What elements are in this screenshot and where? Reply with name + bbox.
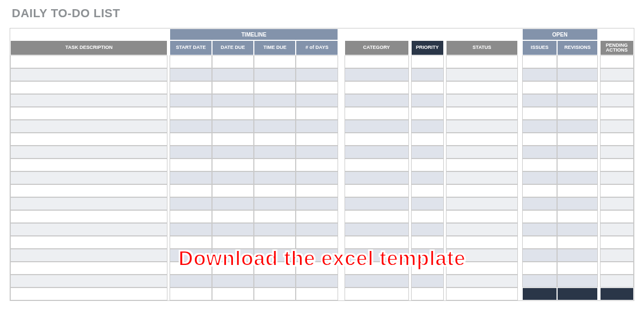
cell-issues[interactable]: [522, 210, 557, 223]
cell-time-due[interactable]: [254, 159, 296, 171]
cell-issues[interactable]: [522, 94, 557, 107]
cell-category[interactable]: [345, 120, 409, 133]
cell-pending-actions[interactable]: [600, 55, 634, 68]
cell-date-due[interactable]: [212, 210, 254, 223]
cell-priority[interactable]: [411, 159, 444, 171]
cell-priority[interactable]: [411, 68, 444, 81]
cell-num-days[interactable]: [296, 236, 338, 249]
cell-pending-actions[interactable]: [600, 94, 634, 107]
cell-issues[interactable]: [522, 249, 557, 262]
cell-issues[interactable]: [522, 275, 557, 288]
cell-start-date[interactable]: [170, 159, 211, 171]
cell-status[interactable]: [446, 275, 518, 288]
cell-revisions[interactable]: [557, 68, 597, 81]
cell-start-date[interactable]: [170, 120, 211, 133]
cell-num-days[interactable]: [296, 249, 338, 262]
cell-task-description[interactable]: [10, 55, 167, 68]
cell-time-due[interactable]: [254, 68, 296, 81]
cell-time-due[interactable]: [254, 236, 296, 249]
cell-start-date[interactable]: [170, 171, 211, 184]
cell-pending-actions[interactable]: [600, 146, 634, 159]
cell-date-due[interactable]: [212, 223, 254, 236]
cell-num-days[interactable]: [296, 120, 338, 133]
cell-revisions[interactable]: [557, 236, 597, 249]
cell-pending-actions[interactable]: [600, 171, 634, 184]
cell-priority[interactable]: [411, 275, 444, 288]
cell-date-due[interactable]: [212, 262, 254, 275]
cell-category[interactable]: [345, 107, 409, 120]
cell-pending-actions[interactable]: [600, 81, 634, 94]
cell-priority[interactable]: [411, 146, 444, 159]
cell-issues[interactable]: [522, 159, 557, 171]
cell-category[interactable]: [345, 159, 409, 171]
cell-time-due[interactable]: [254, 210, 296, 223]
cell-issues[interactable]: [522, 146, 557, 159]
cell-num-days[interactable]: [296, 197, 338, 210]
cell-issues[interactable]: [522, 120, 557, 133]
cell-category[interactable]: [345, 55, 409, 68]
cell-pending-actions[interactable]: [600, 210, 634, 223]
cell-priority[interactable]: [411, 81, 444, 94]
cell-revisions[interactable]: [557, 159, 597, 171]
cell-time-due[interactable]: [254, 262, 296, 275]
cell-date-due[interactable]: [212, 236, 254, 249]
cell-issues[interactable]: [522, 55, 557, 68]
cell-num-days[interactable]: [296, 133, 338, 146]
cell-issues[interactable]: [522, 68, 557, 81]
cell-start-date[interactable]: [170, 107, 211, 120]
cell-pending-actions[interactable]: [600, 159, 634, 171]
cell-category[interactable]: [345, 275, 409, 288]
cell-time-due[interactable]: [254, 107, 296, 120]
cell-task-description[interactable]: [10, 210, 167, 223]
cell-time-due[interactable]: [254, 197, 296, 210]
cell-pending-actions[interactable]: [600, 262, 634, 275]
cell-start-date[interactable]: [170, 68, 211, 81]
cell-status[interactable]: [446, 133, 518, 146]
cell-revisions[interactable]: [557, 210, 597, 223]
cell-time-due[interactable]: [254, 133, 296, 146]
cell-task-description[interactable]: [10, 68, 167, 81]
cell-priority[interactable]: [411, 223, 444, 236]
cell-category[interactable]: [345, 210, 409, 223]
cell-task-description[interactable]: [10, 146, 167, 159]
cell-issues[interactable]: [522, 171, 557, 184]
cell-start-date[interactable]: [170, 94, 211, 107]
cell-category[interactable]: [345, 68, 409, 81]
cell-time-due[interactable]: [254, 171, 296, 184]
cell-priority[interactable]: [411, 133, 444, 146]
cell-revisions[interactable]: [557, 55, 597, 68]
cell-date-due[interactable]: [212, 120, 254, 133]
cell-status[interactable]: [446, 120, 518, 133]
cell-date-due[interactable]: [212, 55, 254, 68]
cell-task-description[interactable]: [10, 249, 167, 262]
cell-start-date[interactable]: [170, 146, 211, 159]
cell-start-date[interactable]: [170, 133, 211, 146]
cell-pending-actions[interactable]: [600, 236, 634, 249]
cell-time-due[interactable]: [254, 81, 296, 94]
cell-status[interactable]: [446, 94, 518, 107]
cell-date-due[interactable]: [212, 184, 254, 197]
cell-revisions[interactable]: [557, 197, 597, 210]
cell-start-date[interactable]: [170, 81, 211, 94]
cell-num-days[interactable]: [296, 146, 338, 159]
cell-date-due[interactable]: [212, 94, 254, 107]
cell-task-description[interactable]: [10, 184, 167, 197]
cell-num-days[interactable]: [296, 184, 338, 197]
cell-pending-actions[interactable]: [600, 107, 634, 120]
cell-status[interactable]: [446, 249, 518, 262]
cell-start-date[interactable]: [170, 262, 211, 275]
cell-status[interactable]: [446, 223, 518, 236]
cell-time-due[interactable]: [254, 275, 296, 288]
cell-category[interactable]: [345, 249, 409, 262]
cell-priority[interactable]: [411, 197, 444, 210]
cell-pending-actions[interactable]: [600, 275, 634, 288]
cell-priority[interactable]: [411, 262, 444, 275]
cell-revisions[interactable]: [557, 275, 597, 288]
cell-revisions[interactable]: [557, 223, 597, 236]
cell-revisions[interactable]: [557, 94, 597, 107]
cell-status[interactable]: [446, 55, 518, 68]
cell-category[interactable]: [345, 133, 409, 146]
cell-start-date[interactable]: [170, 223, 211, 236]
cell-num-days[interactable]: [296, 275, 338, 288]
cell-revisions[interactable]: [557, 262, 597, 275]
